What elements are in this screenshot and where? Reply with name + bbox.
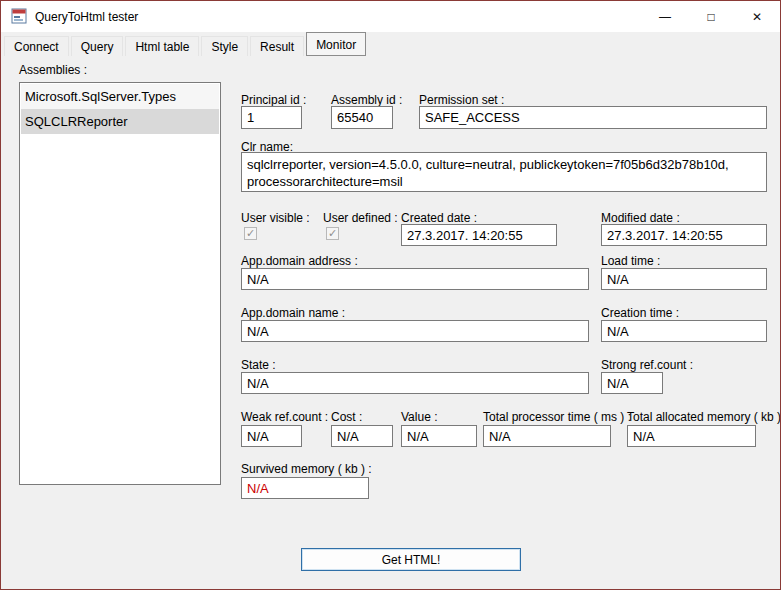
modified-date-label: Modified date : (601, 211, 680, 225)
app-window: QueryToHtml tester — □ ✕ Connect Query H… (0, 0, 781, 590)
app-domain-address-field[interactable]: N/A (241, 268, 589, 290)
title-bar: QueryToHtml tester — □ ✕ (1, 1, 780, 32)
created-date-field[interactable]: 27.3.2017. 14:20:55 (401, 224, 557, 246)
value-label: Value : (401, 410, 437, 424)
app-domain-name-field[interactable]: N/A (241, 320, 589, 342)
assembly-id-field[interactable]: 65540 (331, 106, 393, 129)
cost-label: Cost : (331, 410, 362, 424)
total-allocated-memory-label: Total allocated memory ( kb ) : (627, 410, 781, 424)
total-processor-time-field[interactable]: N/A (483, 425, 611, 447)
assemblies-listbox[interactable]: Microsoft.SqlServer.Types SQLCLRReporter (19, 82, 221, 485)
strong-ref-count-field[interactable]: N/A (601, 372, 663, 394)
load-time-field[interactable]: N/A (601, 268, 767, 290)
cost-field[interactable]: N/A (331, 425, 393, 447)
survived-memory-label: Survived memory ( kb ) : (241, 462, 372, 476)
tab-connect[interactable]: Connect (4, 36, 69, 56)
list-item[interactable]: SQLCLRReporter (21, 109, 219, 134)
creation-time-label: Creation time : (601, 306, 679, 320)
check-icon: ✓ (246, 228, 255, 239)
user-visible-checkbox[interactable]: ✓ (244, 227, 257, 240)
tab-query[interactable]: Query (71, 36, 124, 56)
minimize-button[interactable]: — (642, 1, 688, 32)
creation-time-field[interactable]: N/A (601, 320, 767, 342)
user-defined-label: User defined : (323, 211, 398, 225)
check-icon: ✓ (328, 228, 337, 239)
assembly-id-label: Assembly id : (331, 93, 402, 107)
tab-monitor[interactable]: Monitor (306, 32, 366, 56)
window-title: QueryToHtml tester (35, 10, 138, 24)
total-processor-time-label: Total processor time ( ms ) : (483, 410, 631, 424)
tab-html-table[interactable]: Html table (125, 36, 199, 56)
tab-style[interactable]: Style (201, 36, 248, 56)
assemblies-label: Assemblies : (19, 63, 87, 77)
weak-ref-count-label: Weak ref.count : (241, 410, 328, 424)
app-domain-name-label: App.domain name : (241, 306, 345, 320)
tab-strip: Connect Query Html table Style Result Mo… (4, 32, 368, 56)
principal-id-field[interactable]: 1 (241, 106, 302, 129)
clr-name-field[interactable]: sqlclrreporter, version=4.5.0.0, culture… (241, 152, 767, 192)
close-button[interactable]: ✕ (734, 1, 780, 32)
system-buttons: — □ ✕ (642, 1, 780, 32)
user-defined-checkbox[interactable]: ✓ (326, 227, 339, 240)
created-date-label: Created date : (401, 211, 477, 225)
app-domain-address-label: App.domain address : (241, 254, 358, 268)
weak-ref-count-field[interactable]: N/A (241, 425, 302, 447)
modified-date-field[interactable]: 27.3.2017. 14:20:55 (601, 224, 767, 246)
value-field[interactable]: N/A (401, 425, 477, 447)
user-visible-label: User visible : (241, 211, 310, 225)
strong-ref-count-label: Strong ref.count : (601, 358, 693, 372)
app-icon (11, 8, 27, 24)
maximize-button[interactable]: □ (688, 1, 734, 32)
total-allocated-memory-field[interactable]: N/A (627, 425, 756, 447)
list-item[interactable]: Microsoft.SqlServer.Types (21, 84, 219, 109)
tab-result[interactable]: Result (250, 36, 304, 56)
get-html-button[interactable]: Get HTML! (301, 548, 521, 571)
state-field[interactable]: N/A (241, 372, 589, 394)
permission-set-label: Permission set : (419, 93, 504, 107)
permission-set-field[interactable]: SAFE_ACCESS (419, 106, 767, 129)
state-label: State : (241, 358, 276, 372)
principal-id-label: Principal id : (241, 93, 306, 107)
survived-memory-field[interactable]: N/A (241, 477, 369, 499)
load-time-label: Load time : (601, 254, 660, 268)
